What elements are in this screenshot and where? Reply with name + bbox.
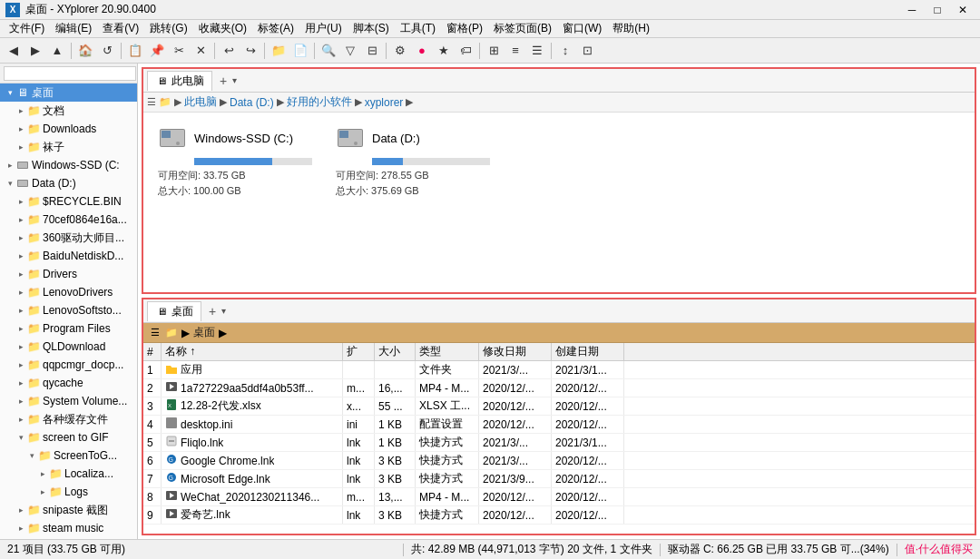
sidebar-item-4[interactable]: ▸Windows-SSD (C:	[0, 156, 137, 174]
top-panel-tab[interactable]: 🖥 此电脑	[147, 71, 212, 91]
sidebar-item-21[interactable]: ▸📁Localiza...	[0, 465, 137, 483]
sidebar-item-1[interactable]: ▸📁文档	[0, 102, 137, 120]
top-tab-add[interactable]: +	[216, 74, 230, 88]
menu-item-e[interactable]: 编辑(E)	[50, 20, 97, 37]
bottom-addr-menu[interactable]: ☰	[149, 327, 162, 339]
menu-item-s[interactable]: 脚本(S)	[348, 20, 395, 37]
expand-arrow-2[interactable]: ▸	[15, 123, 27, 135]
paste-button[interactable]: 📌	[147, 41, 167, 61]
sidebar-item-20[interactable]: ▾📁ScreenToG...	[0, 446, 137, 465]
sidebar-item-15[interactable]: ▸📁qqpcmgr_docp...	[0, 356, 137, 374]
refresh-button[interactable]: ↺	[97, 41, 117, 61]
file-row-0[interactable]: 1应用文件夹2021/3/...2021/3/1...	[143, 361, 975, 379]
sidebar-item-7[interactable]: ▸📁70cef0864e16a...	[0, 211, 137, 229]
maximize-button[interactable]: □	[926, 1, 949, 19]
col-header-2[interactable]: 扩	[343, 343, 375, 360]
sidebar-item-8[interactable]: ▸📁360驱动大师目...	[0, 229, 137, 247]
sidebar-item-24[interactable]: ▸📁steam music	[0, 519, 137, 537]
expand-arrow-8[interactable]: ▸	[15, 231, 27, 244]
col-header-4[interactable]: 类型	[416, 343, 479, 360]
expand-arrow-3[interactable]: ▸	[15, 141, 27, 153]
back-button[interactable]: ◀	[4, 41, 24, 61]
expand-arrow-6[interactable]: ▸	[15, 195, 27, 208]
sidebar-item-19[interactable]: ▾📁screen to GIF	[0, 428, 137, 446]
copy-button[interactable]: 📋	[125, 41, 145, 61]
file-row-2[interactable]: 3X12.28-2代发.xlsxx...55 ...XLSX 工...2020/…	[143, 397, 975, 416]
sidebar-item-0[interactable]: ▾🖥桌面	[0, 83, 137, 102]
addr-hamburger[interactable]: ☰	[147, 96, 156, 108]
expand-arrow-10[interactable]: ▸	[15, 268, 27, 280]
sidebar-item-2[interactable]: ▸📁Downloads	[0, 120, 137, 138]
sort-button[interactable]: ↕	[555, 41, 575, 61]
expand-arrow-23[interactable]: ▸	[15, 504, 27, 516]
expand-arrow-19[interactable]: ▾	[15, 431, 27, 444]
star-button[interactable]: ★	[434, 41, 454, 61]
file-row-8[interactable]: 9爱奇艺.lnklnk3 KB快捷方式2020/12/...2020/12/..…	[143, 506, 975, 525]
col-header-6[interactable]: 创建日期	[552, 343, 624, 360]
menu-item-a[interactable]: 标签(A)	[252, 20, 299, 37]
expand-arrow-18[interactable]: ▸	[15, 413, 27, 426]
menu-item-h[interactable]: 帮助(H)	[607, 20, 655, 37]
sidebar-item-25[interactable]: ▸📁联想电脑管家...	[0, 537, 137, 539]
bottom-tab-add[interactable]: +	[205, 304, 220, 319]
menu-item-o[interactable]: 收藏夹(O)	[193, 20, 252, 37]
sidebar-item-10[interactable]: ▸📁Drivers	[0, 265, 137, 283]
menu-item-v[interactable]: 查看(V)	[97, 20, 144, 37]
expand-arrow-11[interactable]: ▸	[15, 286, 27, 299]
sidebar-item-6[interactable]: ▸📁$RECYCLE.BIN	[0, 192, 137, 211]
drive-item-1[interactable]: Data (D:)可用空间: 278.55 GB 总大小: 375.69 GB	[336, 123, 499, 281]
sidebar-item-18[interactable]: ▸📁各种缓存文件	[0, 410, 137, 428]
expand-arrow-0[interactable]: ▾	[4, 86, 16, 99]
sidebar-item-17[interactable]: ▸📁System Volume...	[0, 392, 137, 410]
file-row-5[interactable]: 6GGoogle Chrome.lnklnk3 KB快捷方式2021/3/...…	[143, 452, 975, 470]
menu-item-t[interactable]: 工具(T)	[395, 20, 441, 37]
menu-item-b[interactable]: 标签页面(B)	[488, 20, 557, 37]
menu-item-f[interactable]: 文件(F)	[4, 20, 50, 37]
addr-crumb-xyplorer[interactable]: xyplorer	[365, 96, 404, 109]
col-header-1[interactable]: 名称 ↑	[162, 343, 343, 360]
expand-arrow-13[interactable]: ▸	[15, 322, 27, 335]
home-button[interactable]: 🏠	[75, 41, 95, 61]
col-header-3[interactable]: 大小	[375, 343, 416, 360]
detail-button[interactable]: ☰	[527, 41, 547, 61]
col-header-0[interactable]: #	[143, 343, 162, 360]
file-row-4[interactable]: 5Fliqlo.lnklnk1 KB快捷方式2021/3/...2021/3/1…	[143, 434, 975, 452]
sidebar-item-13[interactable]: ▸📁Program Files	[0, 319, 137, 338]
expand-arrow-24[interactable]: ▸	[15, 522, 27, 534]
menu-item-w[interactable]: 窗口(W)	[557, 20, 607, 37]
expand-arrow-17[interactable]: ▸	[15, 395, 27, 407]
sidebar-item-14[interactable]: ▸📁QLDownload	[0, 338, 137, 356]
settings-button[interactable]: ⚙	[390, 41, 410, 61]
expand-arrow-4[interactable]: ▸	[4, 159, 16, 172]
cut-button[interactable]: ✂	[169, 41, 189, 61]
filter-button[interactable]: ▽	[340, 41, 360, 61]
filter2-button[interactable]: ⊟	[362, 41, 382, 61]
group-button[interactable]: ⊡	[577, 41, 597, 61]
grid-button[interactable]: ⊞	[484, 41, 504, 61]
color-button[interactable]: ●	[412, 41, 432, 61]
close-button[interactable]: ✕	[951, 1, 975, 19]
sidebar-item-11[interactable]: ▸📁LenovoDrivers	[0, 283, 137, 301]
col-header-5[interactable]: 修改日期	[479, 343, 552, 360]
expand-arrow-16[interactable]: ▸	[15, 377, 27, 389]
sidebar-item-22[interactable]: ▸📁Logs	[0, 483, 137, 501]
forward-button[interactable]: ▶	[25, 41, 45, 61]
addr-crumb-software[interactable]: 好用的小软件	[287, 94, 352, 110]
undo-button[interactable]: ↩	[219, 41, 239, 61]
sidebar-item-3[interactable]: ▸📁袜子	[0, 138, 137, 156]
addr-crumb-data[interactable]: Data (D:)	[230, 96, 274, 109]
drive-item-0[interactable]: Windows-SSD (C:)可用空间: 33.75 GB 总大小: 100.…	[158, 123, 321, 281]
new-file-button[interactable]: 📄	[290, 41, 310, 61]
expand-arrow-5[interactable]: ▾	[4, 177, 16, 190]
sidebar-item-12[interactable]: ▸📁LenovoSoftsto...	[0, 301, 137, 319]
expand-arrow-12[interactable]: ▸	[15, 304, 27, 317]
expand-arrow-7[interactable]: ▸	[15, 213, 27, 226]
minimize-button[interactable]: ─	[900, 1, 924, 19]
expand-arrow-14[interactable]: ▸	[15, 340, 27, 353]
sidebar-item-5[interactable]: ▾Data (D:)	[0, 174, 137, 192]
expand-arrow-21[interactable]: ▸	[36, 467, 49, 480]
file-row-6[interactable]: 7GMicrosoft Edge.lnklnk3 KB快捷方式2021/3/9.…	[143, 470, 975, 488]
file-row-1[interactable]: 21a727229aa5ddf4a0b53ff...m...16,...MP4 …	[143, 379, 975, 397]
menu-item-u[interactable]: 用户(U)	[299, 20, 348, 37]
expand-arrow-9[interactable]: ▸	[15, 250, 27, 262]
